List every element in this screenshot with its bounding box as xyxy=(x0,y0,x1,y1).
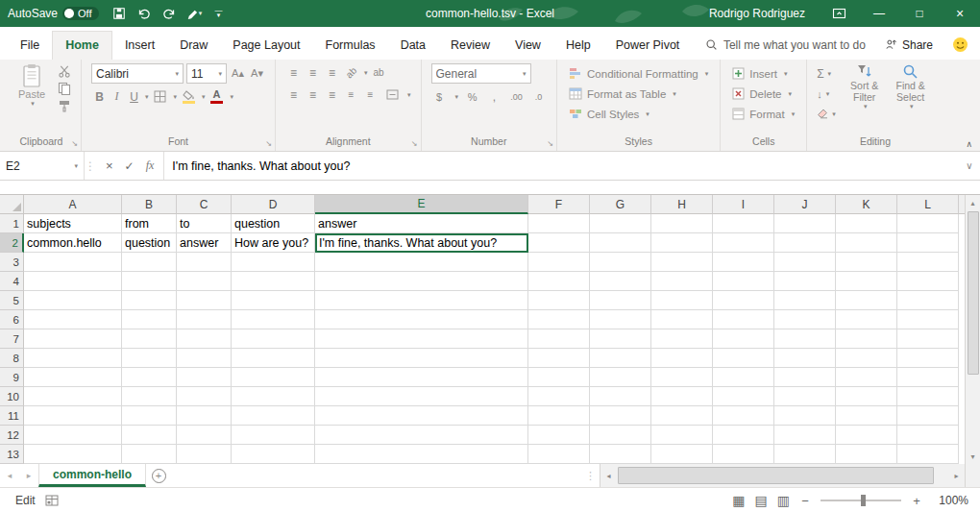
row-header-6[interactable]: 6 xyxy=(0,310,24,329)
cell-E10[interactable] xyxy=(315,387,528,406)
formula-input[interactable]: I'm fine, thanks. What about you? xyxy=(164,152,959,180)
cell-A3[interactable] xyxy=(24,253,122,272)
cell-E5[interactable] xyxy=(315,291,528,310)
row-header-10[interactable]: 10 xyxy=(0,387,24,406)
cell-B9[interactable] xyxy=(122,368,177,387)
tab-scroll-splitter[interactable]: ⋮ xyxy=(581,464,600,487)
format-painter-button[interactable] xyxy=(58,99,71,112)
cell-C5[interactable] xyxy=(177,291,232,310)
column-header-g[interactable]: G xyxy=(590,195,651,214)
cell-B8[interactable] xyxy=(122,349,177,368)
center-button[interactable]: ≡ xyxy=(305,85,321,104)
cell-L3[interactable] xyxy=(897,253,959,272)
horizontal-scroll-thumb[interactable] xyxy=(618,467,934,484)
cell-K9[interactable] xyxy=(836,368,897,387)
copy-button[interactable] xyxy=(58,82,71,95)
column-header-k[interactable]: K xyxy=(836,195,897,214)
cell-A6[interactable] xyxy=(24,310,122,329)
cell-A7[interactable] xyxy=(24,329,122,349)
macro-record-button[interactable] xyxy=(45,495,59,506)
cell-G1[interactable] xyxy=(590,214,651,233)
font-dialog-launcher[interactable]: ↘ xyxy=(265,139,272,148)
paste-button[interactable]: Paste ▾ xyxy=(12,63,52,134)
ribbon-display-options-button[interactable] xyxy=(819,0,859,27)
cell-J2[interactable] xyxy=(774,233,836,253)
format-as-table-button[interactable]: Format as Table ▾ xyxy=(567,84,710,104)
autosum-button[interactable]: Σ ▾ xyxy=(817,64,836,83)
orientation-button[interactable]: ab xyxy=(339,61,363,85)
scroll-up-button[interactable]: ▴ xyxy=(966,195,980,211)
autosave-toggle[interactable]: AutoSave Off xyxy=(8,7,99,20)
cell-D8[interactable] xyxy=(232,349,315,368)
bottom-align-button[interactable]: ≡ xyxy=(324,63,340,82)
cell-I7[interactable] xyxy=(713,329,774,349)
cell-J6[interactable] xyxy=(774,310,836,329)
zoom-level[interactable]: 100% xyxy=(932,494,968,507)
find-and-select-button[interactable]: Find & Select ▾ xyxy=(888,63,934,134)
tab-data[interactable]: Data xyxy=(388,32,438,60)
cell-L9[interactable] xyxy=(897,368,959,387)
scroll-right-button[interactable]: ▸ xyxy=(948,472,965,480)
column-header-h[interactable]: H xyxy=(651,195,713,214)
cell-J10[interactable] xyxy=(774,387,836,406)
tab-page-layout[interactable]: Page Layout xyxy=(220,32,312,60)
cell-A4[interactable] xyxy=(24,272,122,291)
expand-formula-bar-button[interactable]: ∨ xyxy=(959,152,980,180)
decrease-font-size-button[interactable]: A▾ xyxy=(249,64,265,83)
cell-F2[interactable] xyxy=(528,233,590,253)
cell-C6[interactable] xyxy=(177,310,232,329)
cell-G7[interactable] xyxy=(590,329,651,349)
cell-D3[interactable] xyxy=(232,253,315,272)
cut-button[interactable] xyxy=(58,65,71,78)
cell-B10[interactable] xyxy=(122,387,177,406)
cell-I5[interactable] xyxy=(713,291,774,310)
cell-E1[interactable]: answer xyxy=(315,214,528,233)
cell-D11[interactable] xyxy=(232,406,315,426)
cell-E13[interactable] xyxy=(315,445,528,464)
tab-formulas[interactable]: Formulas xyxy=(313,32,388,60)
cell-K8[interactable] xyxy=(836,349,897,368)
delete-cells-button[interactable]: Delete ▾ xyxy=(730,84,796,104)
column-header-b[interactable]: B xyxy=(122,195,177,214)
undo-button[interactable] xyxy=(134,2,155,25)
cell-H10[interactable] xyxy=(651,387,713,406)
cell-B6[interactable] xyxy=(122,310,177,329)
page-break-preview-button[interactable]: ▥ xyxy=(777,493,790,508)
cell-B2[interactable]: question xyxy=(122,233,177,253)
cell-I1[interactable] xyxy=(713,214,774,233)
cell-E9[interactable] xyxy=(315,368,528,387)
clear-button[interactable]: ▾ xyxy=(817,105,836,123)
cell-E6[interactable] xyxy=(315,310,528,329)
cell-F3[interactable] xyxy=(528,253,590,272)
cell-A2[interactable]: common.hello xyxy=(24,233,122,253)
middle-align-button[interactable]: ≡ xyxy=(305,63,321,82)
column-header-l[interactable]: L xyxy=(897,195,959,214)
cell-B13[interactable] xyxy=(122,445,177,464)
cell-D10[interactable] xyxy=(232,387,315,406)
increase-decimal-button[interactable]: .00 xyxy=(508,87,525,106)
cell-C10[interactable] xyxy=(177,387,232,406)
cell-G13[interactable] xyxy=(590,445,651,464)
number-format-combo[interactable]: General ▾ xyxy=(431,63,531,84)
cell-L6[interactable] xyxy=(897,310,959,329)
cell-B5[interactable] xyxy=(122,291,177,310)
row-header-11[interactable]: 11 xyxy=(0,406,24,426)
row-header-8[interactable]: 8 xyxy=(0,349,24,368)
cell-B12[interactable] xyxy=(122,426,177,445)
cell-J7[interactable] xyxy=(774,329,836,349)
cell-I12[interactable] xyxy=(713,426,774,445)
cell-G8[interactable] xyxy=(590,349,651,368)
inking-tool-button[interactable]: ▾ xyxy=(184,2,205,25)
cell-B1[interactable]: from xyxy=(122,214,177,233)
cell-G3[interactable] xyxy=(590,253,651,272)
cell-L11[interactable] xyxy=(897,406,959,426)
row-header-13[interactable]: 13 xyxy=(0,445,24,464)
number-dialog-launcher[interactable]: ↘ xyxy=(547,139,553,148)
cell-B3[interactable] xyxy=(122,253,177,272)
cell-E4[interactable] xyxy=(315,272,528,291)
zoom-out-button[interactable]: − xyxy=(799,494,811,508)
cell-H8[interactable] xyxy=(651,349,713,368)
column-header-d[interactable]: D xyxy=(232,195,315,214)
cell-F4[interactable] xyxy=(528,272,590,291)
cell-H7[interactable] xyxy=(651,329,713,349)
